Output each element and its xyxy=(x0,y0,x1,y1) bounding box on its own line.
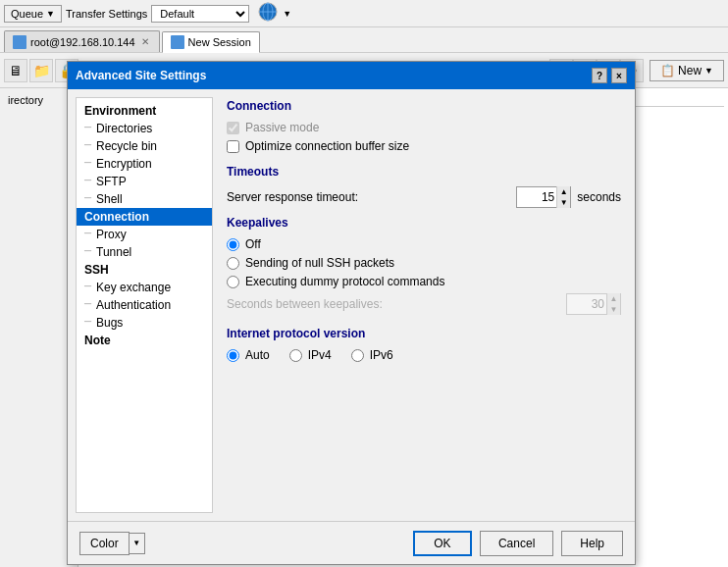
seconds-between-label: Seconds between keepalives: xyxy=(227,297,383,311)
keepalive-dummy-row: Executing dummy protocol commands xyxy=(227,275,621,288)
dialog-footer: Color ▼ OK Cancel Help xyxy=(68,521,635,564)
ok-button[interactable]: OK xyxy=(413,531,472,556)
connection-section-title: Connection xyxy=(227,99,621,113)
tree-section-environment: Environment xyxy=(77,102,212,120)
seconds-label: seconds xyxy=(577,190,621,204)
server-response-input-wrap: ▲ ▼ xyxy=(516,186,571,208)
keepalive-dummy-radio[interactable] xyxy=(227,276,239,288)
server-response-row: Server response timeout: ▲ ▼ seconds xyxy=(227,186,621,208)
tree-item-authentication[interactable]: Authentication xyxy=(77,296,212,314)
tree-panel: Environment Directories Recycle bin Encr… xyxy=(76,97,213,513)
passive-mode-label: Passive mode xyxy=(245,121,319,134)
color-button[interactable]: Color xyxy=(79,532,130,555)
help-button[interactable]: Help xyxy=(561,531,623,556)
cancel-button[interactable]: Cancel xyxy=(480,531,553,556)
modal-overlay: Advanced Site Settings ? × Environment D… xyxy=(0,0,728,567)
tree-item-proxy[interactable]: Proxy xyxy=(77,226,212,243)
seconds-between-row: Seconds between keepalives: ▲ ▼ xyxy=(227,293,621,315)
keepalive-dummy-label: Executing dummy protocol commands xyxy=(245,275,444,288)
keepalive-off-label: Off xyxy=(245,237,261,251)
ip-auto-row: Auto xyxy=(227,348,270,362)
ip-version-section-title: Internet protocol version xyxy=(227,327,621,340)
keepalives-section-title: Keepalives xyxy=(227,216,621,230)
spinner-down[interactable]: ▼ xyxy=(556,197,570,208)
footer-buttons: OK Cancel Help xyxy=(413,531,623,556)
passive-mode-row: Passive mode xyxy=(227,121,621,134)
ip-v6-radio[interactable] xyxy=(351,349,364,362)
timeouts-section-title: Timeouts xyxy=(227,165,621,179)
tree-item-key-exchange[interactable]: Key exchange xyxy=(77,279,212,296)
seconds-between-spinner: ▲ ▼ xyxy=(606,293,620,315)
server-response-spinner: ▲ ▼ xyxy=(556,186,570,208)
optimize-buffer-label: Optimize connection buffer size xyxy=(245,139,409,153)
settings-panel: Connection Passive mode Optimize connect… xyxy=(213,89,635,521)
ip-v4-row: IPv4 xyxy=(289,348,332,362)
color-button-wrap: Color ▼ xyxy=(79,532,145,555)
tree-item-directories[interactable]: Directories xyxy=(77,120,212,137)
keepalive-off-row: Off xyxy=(227,237,621,251)
seconds-between-spinner-down[interactable]: ▼ xyxy=(606,304,620,315)
seconds-between-input[interactable] xyxy=(567,297,606,311)
seconds-between-input-wrap: ▲ ▼ xyxy=(566,293,621,315)
tree-section-ssh: SSH xyxy=(77,261,212,279)
optimize-buffer-checkbox[interactable] xyxy=(227,140,239,153)
ip-v4-label: IPv4 xyxy=(308,348,332,362)
dialog-titlebar: Advanced Site Settings ? × xyxy=(68,62,635,89)
tree-item-sftp[interactable]: SFTP xyxy=(77,173,212,190)
server-response-input[interactable] xyxy=(517,190,556,204)
advanced-site-settings-dialog: Advanced Site Settings ? × Environment D… xyxy=(67,61,636,565)
optimize-buffer-row: Optimize connection buffer size xyxy=(227,139,621,153)
dialog-help-button[interactable]: ? xyxy=(592,68,607,83)
tree-item-recycle-bin[interactable]: Recycle bin xyxy=(77,137,212,155)
tree-section-note: Note xyxy=(77,332,212,349)
dialog-title: Advanced Site Settings xyxy=(76,69,206,82)
keepalive-off-radio[interactable] xyxy=(227,238,239,251)
ip-v6-label: IPv6 xyxy=(370,348,393,362)
ip-auto-radio[interactable] xyxy=(227,349,239,362)
ip-v6-row: IPv6 xyxy=(351,348,393,362)
ip-v4-radio[interactable] xyxy=(289,349,302,362)
passive-mode-checkbox[interactable] xyxy=(227,122,239,134)
server-response-label: Server response timeout: xyxy=(227,190,358,204)
keepalive-null-radio[interactable] xyxy=(227,257,239,270)
keepalive-null-label: Sending of null SSH packets xyxy=(245,256,394,270)
spinner-up[interactable]: ▲ xyxy=(556,186,570,197)
color-dropdown-arrow[interactable]: ▼ xyxy=(130,533,145,554)
tree-item-tunnel[interactable]: Tunnel xyxy=(77,243,212,261)
seconds-between-spinner-up[interactable]: ▲ xyxy=(606,293,620,304)
dialog-close-button[interactable]: × xyxy=(611,68,627,83)
tree-item-encryption[interactable]: Encryption xyxy=(77,155,212,173)
tree-item-shell[interactable]: Shell xyxy=(77,190,212,208)
tree-item-bugs[interactable]: Bugs xyxy=(77,314,212,332)
dialog-body: Environment Directories Recycle bin Encr… xyxy=(68,89,635,521)
keepalive-null-row: Sending of null SSH packets xyxy=(227,256,621,270)
dialog-titlebar-buttons: ? × xyxy=(592,68,627,83)
ip-version-row: Auto IPv4 IPv6 xyxy=(227,348,621,362)
tree-section-connection: Connection xyxy=(77,208,212,226)
app-window: Queue ▼ Transfer Settings Default ▼ root… xyxy=(0,0,728,567)
ip-auto-label: Auto xyxy=(245,348,270,362)
